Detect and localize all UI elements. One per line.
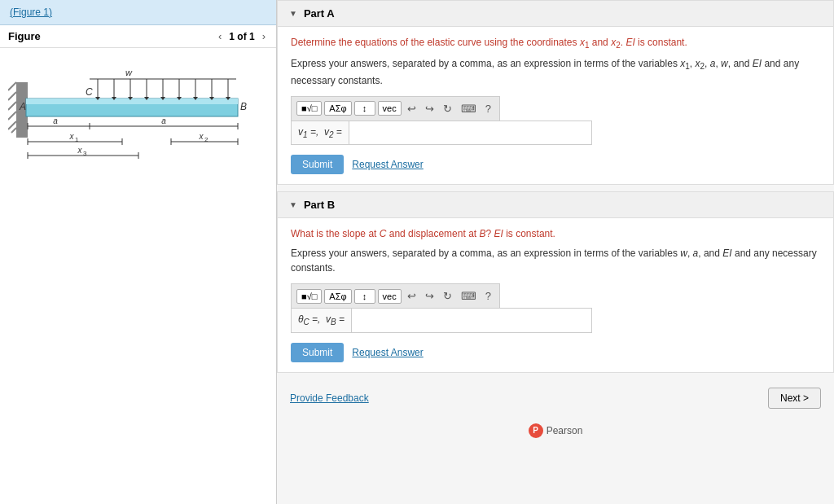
svg-text:1: 1 — [75, 136, 79, 143]
part-b-answer-prefix: θC =, vB = — [292, 309, 352, 331]
left-panel: (Figure 1) Figure ‹ 1 of 1 › — [0, 0, 277, 504]
redo-button-b[interactable]: ↪ — [422, 288, 437, 304]
prev-figure-button[interactable]: ‹ — [216, 30, 224, 42]
redo-button-a[interactable]: ↪ — [422, 101, 437, 116]
part-b-section: ▼ Part B What is the slope at C and disp… — [277, 191, 834, 372]
svg-text:C: C — [86, 86, 93, 98]
part-a-instruction: Express your answers, separated by a com… — [291, 56, 820, 87]
figure-link[interactable]: (Figure 1) — [0, 0, 276, 25]
part-a-answer-area: v1 =, v2 = — [291, 121, 592, 145]
symbol-button-a[interactable]: AΣφ — [324, 101, 351, 116]
next-button[interactable]: Next > — [768, 388, 821, 409]
part-b-toolbar: ■√□ AΣφ ↕ vec ↩ ↪ ↻ ⌨ ? — [291, 283, 500, 308]
part-a-question: Determine the equations of the elastic c… — [291, 37, 820, 50]
figure-nav: ‹ 1 of 1 › — [216, 30, 268, 42]
part-b-request[interactable]: Request Answer — [352, 347, 423, 358]
svg-text:2: 2 — [204, 136, 208, 143]
pearson-logo: P — [529, 423, 543, 438]
part-a-submit[interactable]: Submit — [291, 155, 344, 174]
vec-button-b[interactable]: vec — [378, 289, 402, 304]
undo-button-b[interactable]: ↩ — [404, 288, 419, 304]
figure-label: Figure — [8, 30, 41, 42]
vec-button-a[interactable]: vec — [378, 101, 402, 116]
part-a-title: Part A — [304, 7, 335, 20]
svg-line-4 — [8, 112, 16, 120]
right-panel: ▼ Part A Determine the equations of the … — [277, 0, 834, 504]
svg-text:B: B — [240, 101, 247, 112]
part-a-section: ▼ Part A Determine the equations of the … — [277, 0, 834, 185]
svg-line-6 — [11, 128, 16, 133]
svg-text:x: x — [199, 132, 204, 141]
part-b-instruction: Express your answers, separated by a com… — [291, 246, 820, 275]
part-a-request[interactable]: Request Answer — [352, 159, 423, 170]
part-b-header: ▼ Part B — [278, 192, 833, 218]
sqrt-button-a[interactable]: ■√□ — [296, 101, 322, 116]
part-b-question: What is the slope at C and displacement … — [291, 228, 820, 239]
refresh-button-b[interactable]: ↻ — [440, 288, 455, 304]
pearson-footer: P Pearson — [277, 417, 834, 445]
part-b-body: What is the slope at C and displacement … — [278, 218, 833, 371]
undo-button-a[interactable]: ↩ — [404, 101, 419, 116]
svg-text:x: x — [77, 146, 83, 155]
symbol-button-b[interactable]: AΣφ — [324, 289, 351, 304]
svg-text:x: x — [69, 132, 75, 141]
figure-canvas: w — [0, 48, 276, 504]
provide-feedback-link[interactable]: Provide Feedback — [290, 392, 369, 404]
part-b-actions: Submit Request Answer — [291, 343, 820, 362]
part-a-header: ▼ Part A — [278, 1, 833, 27]
refresh-button-a[interactable]: ↻ — [440, 101, 455, 116]
svg-text:a: a — [53, 116, 58, 125]
svg-rect-8 — [26, 99, 238, 104]
part-b-title: Part B — [304, 199, 335, 211]
part-b-submit[interactable]: Submit — [291, 343, 344, 362]
part-a-actions: Submit Request Answer — [291, 155, 820, 174]
svg-text:a: a — [161, 116, 166, 125]
beam-diagram: w — [8, 64, 252, 195]
figure-section: Figure ‹ 1 of 1 › w — [0, 25, 276, 504]
format-button-a[interactable]: ↕ — [354, 101, 375, 116]
part-b-answer-input[interactable] — [352, 309, 591, 331]
part-a-body: Determine the equations of the elastic c… — [278, 27, 833, 184]
svg-text:w: w — [125, 68, 133, 77]
svg-line-2 — [8, 92, 16, 100]
help-button-b[interactable]: ? — [482, 288, 494, 304]
keyboard-button-a[interactable]: ⌨ — [458, 101, 480, 116]
format-button-b[interactable]: ↕ — [354, 289, 375, 304]
svg-line-1 — [8, 82, 16, 90]
part-a-answer-input[interactable] — [349, 122, 591, 143]
part-a-collapse[interactable]: ▼ — [289, 9, 297, 18]
svg-text:A: A — [19, 101, 26, 112]
help-button-a[interactable]: ? — [482, 101, 494, 116]
keyboard-button-b[interactable]: ⌨ — [458, 288, 480, 304]
svg-text:3: 3 — [83, 150, 87, 157]
figure-header: Figure ‹ 1 of 1 › — [0, 25, 276, 48]
svg-line-3 — [8, 102, 16, 110]
next-figure-button[interactable]: › — [260, 30, 268, 42]
part-a-answer-prefix: v1 =, v2 = — [292, 121, 349, 144]
part-a-toolbar: ■√□ AΣφ ↕ vec ↩ ↪ ↻ ⌨ ? — [291, 96, 500, 121]
part-b-answer-area: θC =, vB = — [291, 308, 592, 332]
sqrt-button-b[interactable]: ■√□ — [296, 289, 322, 304]
bottom-bar: Provide Feedback Next > — [277, 379, 834, 417]
part-b-collapse[interactable]: ▼ — [289, 200, 297, 209]
pearson-brand: Pearson — [546, 425, 583, 436]
figure-page: 1 of 1 — [229, 31, 254, 42]
